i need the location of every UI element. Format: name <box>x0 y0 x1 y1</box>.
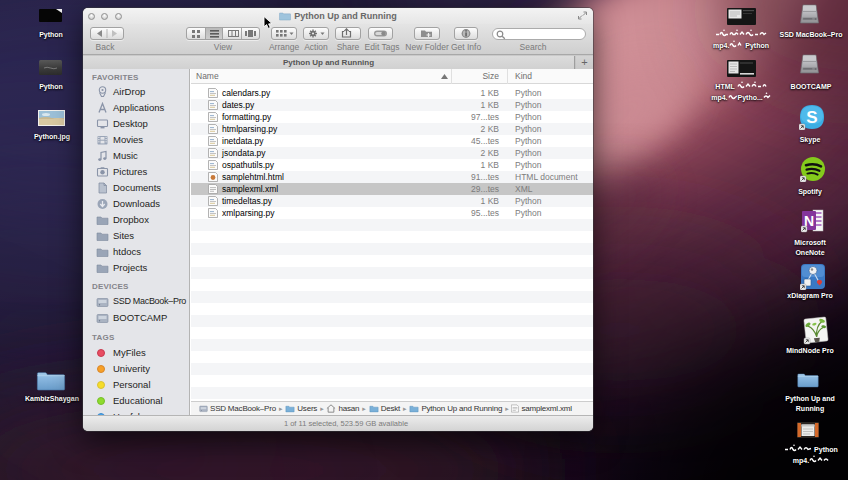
svg-text:S: S <box>806 108 817 127</box>
